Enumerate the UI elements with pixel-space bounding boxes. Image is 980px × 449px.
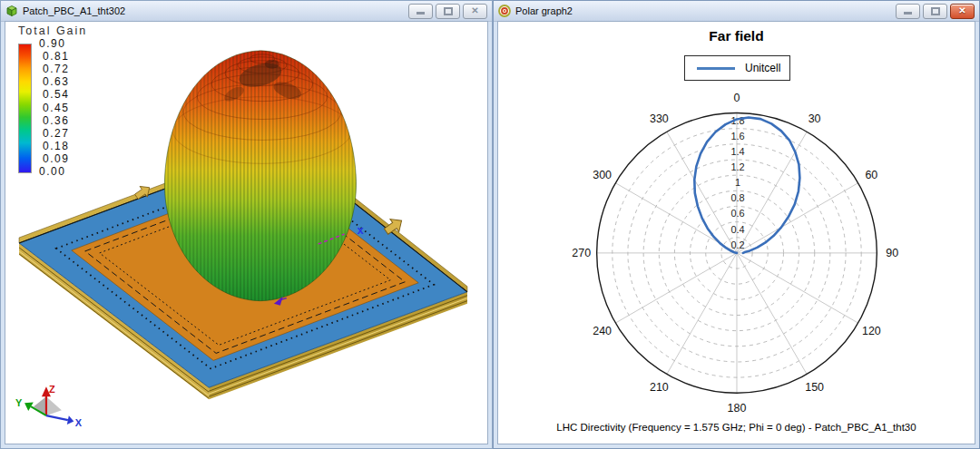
color-scale-value: 0.00 (39, 165, 65, 178)
polar-radial-label: 0.8 (730, 192, 744, 203)
color-scale-value: 0.54 (43, 88, 69, 101)
polar-radial-label: 0.6 (730, 208, 744, 219)
3d-viewport[interactable]: Total Gain 0.900.810.720.630.540.450.360… (5, 21, 488, 444)
x-axis-marker: x (357, 223, 364, 237)
color-scale-value: 0.63 (43, 75, 69, 88)
polar-spoke (737, 253, 807, 375)
polar-spoke (737, 253, 858, 323)
color-scale-value: 0.45 (43, 102, 69, 114)
color-scale: Total Gain 0.900.810.720.630.540.450.360… (16, 24, 87, 37)
titlebar-polar-graph[interactable]: Polar graph2 ✕ (494, 1, 979, 22)
polar-chart: 03060901201501802102402703003300.20.40.6… (498, 22, 975, 444)
color-scale-value: 0.90 (39, 37, 65, 50)
polar-radial-label: 1.2 (730, 161, 744, 172)
3d-scene: x Z Y X (5, 22, 487, 444)
close-icon: ✕ (471, 6, 478, 15)
color-scale-title: Total Gain (18, 24, 87, 37)
polar-angle-label: 30 (808, 112, 821, 125)
polar-radial-label: 1 (735, 177, 740, 188)
polar-graph-icon (498, 5, 511, 17)
close-button[interactable]: ✕ (463, 4, 487, 19)
x-axis-label: X (75, 417, 83, 428)
polar-angle-label: 150 (805, 381, 824, 394)
polar-angle-label: 330 (650, 112, 669, 125)
close-button[interactable]: ✕ (950, 4, 975, 19)
color-scale-value: 0.18 (43, 140, 69, 152)
titlebar-3d-view[interactable]: Patch_PBC_A1_tht302 ✕ (1, 1, 492, 22)
polar-angle-label: 90 (886, 247, 898, 259)
polar-angle-label: 60 (865, 169, 877, 181)
3d-view-icon (5, 5, 18, 17)
polar-angle-label: 210 (650, 381, 669, 394)
restore-icon (931, 7, 940, 15)
restore-icon (444, 7, 453, 15)
axis-triad: Z Y X (15, 384, 83, 428)
polar-angle-label: 0 (734, 92, 740, 104)
polar-radial-label: 1.6 (730, 131, 744, 142)
polar-plot-area[interactable]: Far field Unitcell 030609012015018021024… (497, 21, 975, 444)
color-scale-value: 0.72 (43, 63, 69, 75)
polar-radial-label: 0.4 (730, 224, 744, 235)
polar-radial-label: 0.2 (730, 239, 744, 250)
x-axis (46, 415, 68, 420)
minimize-button[interactable] (896, 4, 920, 19)
color-scale-value: 0.09 (43, 152, 69, 165)
chart-caption: LHC Directivity (Frequency = 1.575 GHz; … (498, 422, 975, 433)
color-scale-value: 0.81 (43, 50, 69, 63)
color-scale-value: 0.27 (43, 127, 69, 140)
minimize-icon (416, 12, 425, 15)
z-axis-label: Z (49, 384, 55, 395)
color-scale-bar (18, 44, 32, 173)
restore-button[interactable] (923, 4, 947, 19)
window-title-polar: Polar graph2 (515, 5, 573, 16)
restore-button[interactable] (436, 4, 460, 19)
close-icon: ✕ (958, 6, 965, 15)
minimize-button[interactable] (408, 4, 433, 19)
series-curve-unitcell (694, 117, 799, 252)
y-axis-label: Y (15, 397, 23, 408)
window-3d-view: Patch_PBC_A1_tht302 ✕ Total Gain 0.900.8… (0, 0, 493, 449)
polar-angle-label: 300 (593, 169, 612, 181)
polar-angle-label: 180 (728, 402, 747, 415)
polar-radial-label: 1.4 (730, 146, 744, 157)
minimize-icon (904, 12, 912, 15)
polar-angle-label: 120 (862, 325, 881, 337)
window-polar-graph: Polar graph2 ✕ Far field Unitcell 030609… (493, 0, 980, 449)
radiation-lobe (164, 51, 356, 301)
window-title-3d: Patch_PBC_A1_tht302 (23, 5, 125, 16)
polar-angle-label: 240 (593, 325, 612, 337)
polar-angle-label: 270 (572, 247, 591, 259)
color-scale-value: 0.36 (43, 114, 69, 127)
